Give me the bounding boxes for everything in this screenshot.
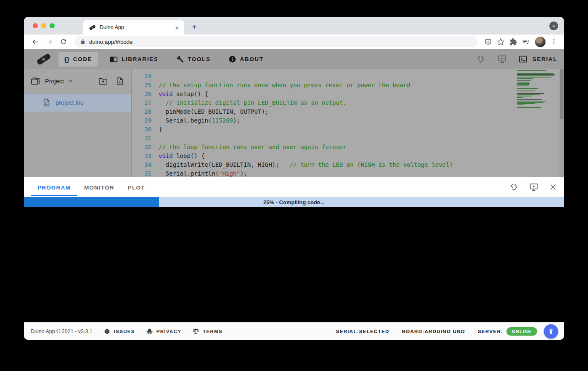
tab-search-button[interactable] bbox=[549, 21, 558, 30]
back-button[interactable] bbox=[30, 37, 40, 47]
privacy-label: PRIVACY bbox=[156, 329, 181, 334]
nav-code[interactable]: {} CODE bbox=[58, 52, 98, 67]
app-toolbar: {} CODE LIBRARIES TOOLS ABOUT SERIAL bbox=[24, 49, 564, 69]
code-line[interactable]: 29 Serial.begin(115200); bbox=[132, 116, 564, 125]
serial-label: SERIAL bbox=[532, 56, 557, 62]
folders-icon bbox=[31, 77, 40, 86]
url-text[interactable]: duino.app/#/code bbox=[89, 39, 133, 45]
maximize-window-button[interactable] bbox=[50, 23, 55, 28]
lock-icon[interactable] bbox=[80, 39, 85, 45]
monitor-play-icon bbox=[498, 54, 507, 64]
board-status-value: ARDUINO UNO bbox=[424, 329, 465, 334]
media-controls-button[interactable] bbox=[521, 37, 531, 47]
nav-libraries[interactable]: LIBRARIES bbox=[104, 51, 164, 67]
server-status: SERVER: ONLINE bbox=[478, 327, 537, 336]
file-item-project-ino[interactable]: project.ino bbox=[24, 93, 131, 112]
project-sidebar: Project project.ino bbox=[24, 69, 132, 177]
new-file-button[interactable] bbox=[115, 77, 124, 86]
terms-label: TERMS bbox=[203, 329, 222, 334]
line-number: 24 bbox=[132, 72, 151, 81]
compile-progress-bar: 25% - Compiling code... bbox=[24, 197, 564, 207]
app-footer: Duino App © 2021 - v3.3.1 ISSUES PRIVACY… bbox=[24, 322, 564, 340]
browser-menu-button[interactable] bbox=[549, 37, 559, 47]
bookmark-button[interactable] bbox=[495, 37, 506, 47]
project-dropdown-button[interactable] bbox=[67, 78, 74, 84]
code-check-icon bbox=[510, 182, 519, 192]
tab-plot[interactable]: PLOT bbox=[121, 179, 152, 196]
serial-status-value: SELECTED bbox=[359, 329, 389, 334]
duino-favicon-icon bbox=[89, 24, 95, 30]
nav-tools[interactable]: TOOLS bbox=[170, 51, 216, 67]
url-bar[interactable]: duino.app/#/code bbox=[74, 36, 478, 47]
donate-coffee-button[interactable] bbox=[544, 324, 558, 339]
reload-button[interactable] bbox=[58, 37, 69, 47]
issues-link[interactable]: ISSUES bbox=[103, 328, 135, 335]
new-tab-button[interactable]: + bbox=[189, 22, 199, 32]
code-line[interactable]: 30} bbox=[132, 125, 564, 134]
puzzle-icon bbox=[509, 38, 517, 46]
code-line[interactable]: 33void loop() { bbox=[132, 152, 564, 160]
tab-monitor[interactable]: MONITOR bbox=[77, 179, 121, 196]
tab-close-icon[interactable]: × bbox=[174, 23, 180, 32]
privacy-link[interactable]: PRIVACY bbox=[146, 328, 181, 335]
code-line[interactable]: 34 digitalWrite(LED_BUILTIN, HIGH); // t… bbox=[132, 160, 564, 169]
code-line[interactable]: 25// the setup function runs once when y… bbox=[132, 81, 564, 90]
terminal-icon bbox=[518, 54, 528, 64]
close-window-button[interactable] bbox=[33, 23, 38, 28]
forward-button[interactable] bbox=[44, 37, 54, 47]
panel-close-button[interactable] bbox=[548, 182, 558, 192]
install-app-button[interactable] bbox=[483, 37, 493, 47]
code-editor[interactable]: 2425// the setup function runs once when… bbox=[132, 69, 564, 177]
serial-status-label: SERIAL: bbox=[336, 329, 359, 334]
scrollbar-thumb[interactable] bbox=[560, 69, 564, 119]
new-folder-button[interactable] bbox=[98, 77, 108, 86]
line-number: 33 bbox=[132, 152, 151, 160]
bug-icon bbox=[103, 328, 111, 335]
code-line[interactable]: 26void setup() { bbox=[132, 90, 564, 99]
verify-code-button[interactable] bbox=[476, 54, 486, 64]
code-line[interactable]: 27 // initialize digital pin LED_BUILTIN… bbox=[132, 99, 564, 107]
board-status-label: BOARD: bbox=[402, 329, 425, 334]
reload-icon bbox=[60, 38, 67, 45]
progress-label: 25% - Compiling code... bbox=[24, 197, 564, 207]
issues-label: ISSUES bbox=[114, 329, 135, 334]
profile-avatar[interactable] bbox=[535, 37, 546, 47]
program-output-console[interactable] bbox=[24, 207, 564, 322]
chevron-down-icon bbox=[552, 24, 556, 28]
kebab-menu-icon bbox=[551, 38, 557, 45]
main-content: Project project.ino bbox=[24, 69, 564, 177]
minimize-window-button[interactable] bbox=[41, 23, 46, 28]
upload-code-button[interactable] bbox=[497, 54, 507, 64]
info-icon bbox=[228, 55, 236, 63]
line-number: 34 bbox=[132, 160, 151, 169]
panel-verify-button[interactable] bbox=[509, 182, 519, 192]
tab-program[interactable]: PROGRAM bbox=[31, 179, 77, 196]
panel-upload-button[interactable] bbox=[529, 182, 539, 192]
serial-button[interactable]: SERIAL bbox=[518, 54, 557, 64]
line-number: 32 bbox=[132, 143, 151, 152]
media-list-icon bbox=[522, 38, 530, 46]
tab-title: Duino App bbox=[100, 24, 174, 30]
file-code-icon bbox=[42, 99, 50, 107]
editor-scrollbar[interactable] bbox=[559, 69, 564, 177]
code-line[interactable]: 28 pinMode(LED_BUILTIN, OUTPUT); bbox=[132, 107, 564, 116]
line-number: 31 bbox=[132, 134, 151, 143]
duino-logo-icon[interactable] bbox=[36, 53, 51, 65]
code-line[interactable]: 24 bbox=[132, 72, 564, 81]
code-line[interactable]: 31 bbox=[132, 134, 564, 143]
traffic-lights bbox=[24, 17, 62, 35]
back-arrow-icon bbox=[31, 38, 39, 46]
browser-window: Duino App × + duino.app/#/code bbox=[24, 17, 564, 340]
copyright-text: Duino App © 2021 - v3.3.1 bbox=[31, 328, 93, 334]
code-line[interactable]: 32// the loop function runs over and ove… bbox=[132, 143, 564, 152]
editor-minimap[interactable] bbox=[517, 70, 558, 107]
browser-tabstrip: Duino App × + bbox=[24, 17, 564, 35]
project-header: Project bbox=[24, 69, 131, 93]
nav-about[interactable]: ABOUT bbox=[222, 51, 270, 67]
terms-link[interactable]: TERMS bbox=[192, 328, 222, 335]
file-plus-icon bbox=[116, 77, 124, 85]
browser-tab[interactable]: Duino App × bbox=[83, 20, 184, 35]
star-icon bbox=[497, 38, 505, 46]
code-line[interactable]: 35 Serial.println("High"); bbox=[132, 169, 564, 177]
extensions-button[interactable] bbox=[508, 37, 518, 47]
